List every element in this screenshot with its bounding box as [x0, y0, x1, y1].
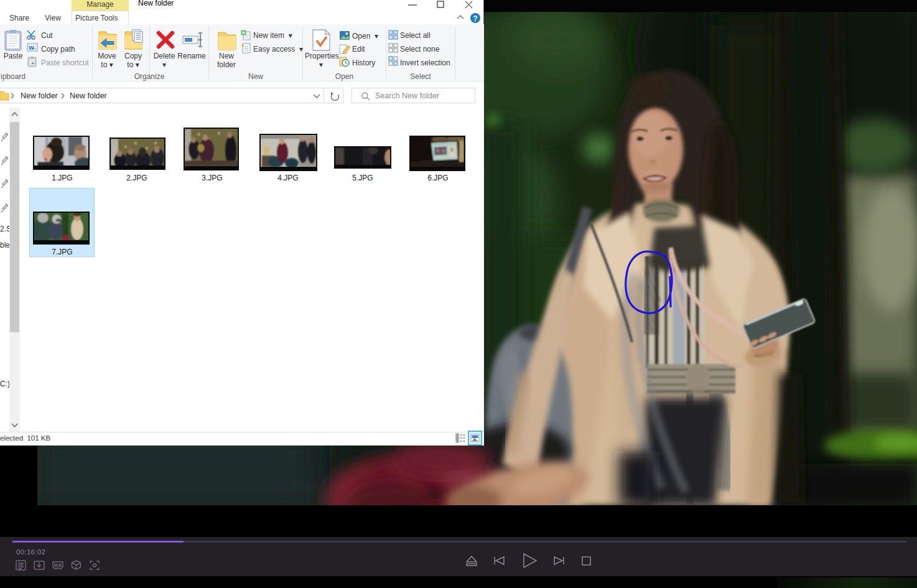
- svg-text:W: W: [29, 45, 34, 51]
- svg-text:?: ?: [473, 14, 477, 23]
